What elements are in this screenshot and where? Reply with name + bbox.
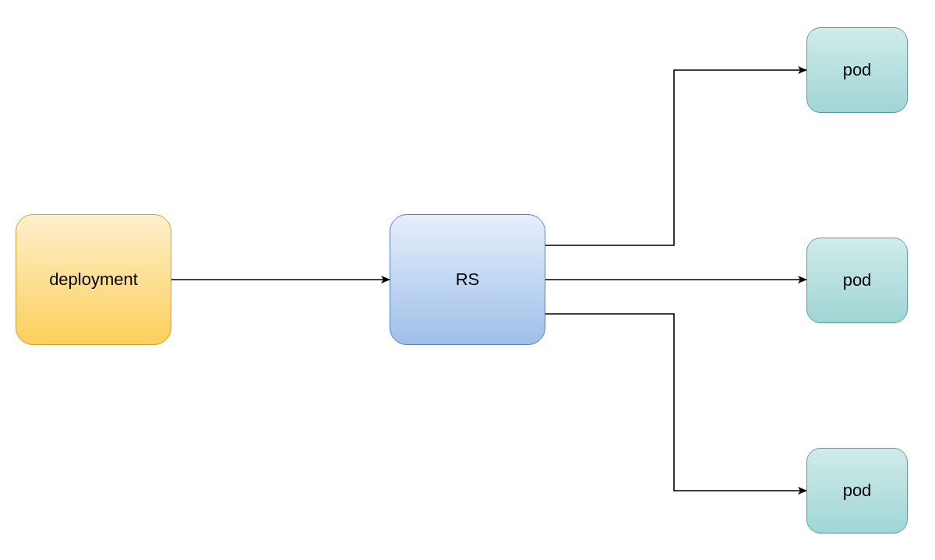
edge-rs-pod1 [545, 70, 806, 245]
deployment-label: deployment [49, 269, 138, 290]
edge-rs-pod3 [545, 314, 806, 491]
pod-node-3: pod [806, 448, 908, 534]
pod-node-1: pod [806, 27, 908, 113]
deployment-node: deployment [16, 214, 171, 345]
pod-label-2: pod [843, 270, 872, 291]
rs-label: RS [456, 269, 480, 290]
pod-label-3: pod [843, 481, 872, 501]
pod-label-1: pod [843, 60, 872, 80]
rs-node: RS [390, 214, 545, 345]
pod-node-2: pod [806, 238, 908, 323]
